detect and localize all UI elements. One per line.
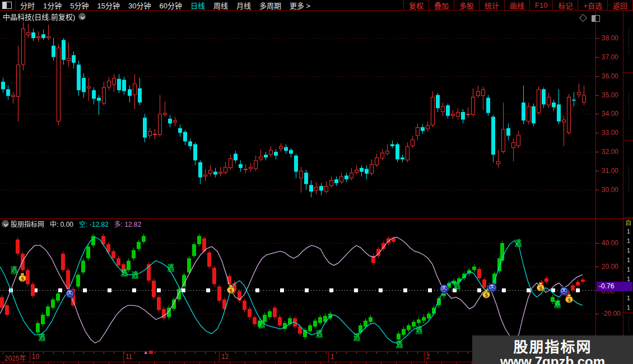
tab-月线[interactable]: 月线 <box>236 2 251 10</box>
button-多股[interactable]: 多股 <box>454 0 479 10</box>
button-统计[interactable]: 统计 <box>479 0 504 10</box>
tab-更多 >[interactable]: 更多 > <box>290 2 310 10</box>
app-window: { "toolbar": { "left_tabs": [ {"label":"… <box>0 0 633 364</box>
chart-canvas[interactable] <box>0 0 633 364</box>
strip-ones-list[interactable]: 111111111 <box>627 227 630 312</box>
tab-15分钟[interactable]: 15分钟 <box>97 2 119 10</box>
scroll-caret[interactable]: ▲ <box>143 349 148 355</box>
tab-周线[interactable]: 周线 <box>213 2 228 10</box>
indicator-short-value: 空: -12.82 <box>79 219 109 228</box>
chevron-down-icon[interactable] <box>78 13 86 20</box>
toolbar-right: 复权叠加多股统计画线F10标记+自选返回 <box>403 0 633 10</box>
tab-5分钟[interactable]: 5分钟 <box>70 2 89 10</box>
strip-section[interactable]: ············· <box>626 73 631 140</box>
title-bar: 中晶科技(日线.前复权) <box>0 11 622 22</box>
indicator-name[interactable]: 股朋指标网 <box>11 219 44 228</box>
watermark-site-name: 股朋指标网 <box>472 335 633 356</box>
date-axis-label: 10 <box>32 353 39 361</box>
date-axis-label: 12 <box>221 353 229 361</box>
period-tabs: 分时1分钟5分钟15分钟30分钟60分钟日线周线月线多周期更多 > <box>20 0 319 11</box>
strip-section[interactable]: ············· <box>626 141 631 217</box>
indicator-axis-label: -20.00 <box>602 310 621 318</box>
price-axis-label: 32.00 <box>602 148 618 156</box>
tab-日线[interactable]: 日线 <box>190 2 205 10</box>
watermark-url: www.7gpzb.com <box>472 354 633 364</box>
strip-tab-self[interactable]: 自 <box>626 218 632 227</box>
divider <box>15 1 16 10</box>
strip-section[interactable]: ········ <box>626 313 631 335</box>
price-axis-label: 35.00 <box>602 91 618 99</box>
price-axis-label: 36.00 <box>602 72 618 80</box>
collapse-icon[interactable] <box>2 220 9 227</box>
layout-icon[interactable] <box>2 2 12 9</box>
price-axis-label: 34.00 <box>602 110 618 118</box>
price-axis-label: 37.00 <box>602 53 618 61</box>
price-axis-label: 38.00 <box>602 34 618 42</box>
indicator-header: 股朋指标网 中: 0.00 空: -12.82 多: 12.82 <box>0 220 141 228</box>
price-axis-label: 30.00 <box>602 186 618 194</box>
tab-分时[interactable]: 分时 <box>20 2 35 10</box>
strip-section[interactable]: ············· <box>626 11 631 72</box>
button-复权[interactable]: 复权 <box>403 0 429 10</box>
tab-1分钟[interactable]: 1分钟 <box>43 2 62 10</box>
button-叠加[interactable]: 叠加 <box>429 0 454 10</box>
indicator-mid-value: 中: 0.00 <box>50 219 73 228</box>
tab-30分钟[interactable]: 30分钟 <box>128 2 151 10</box>
date-axis-label: 2 <box>426 353 430 361</box>
date-axis-label: 1 <box>331 353 334 361</box>
button-画线[interactable]: 画线 <box>504 0 529 10</box>
right-sidebar-strip[interactable]: ·······································自… <box>623 11 633 364</box>
indicator-long-value: 多: 12.82 <box>114 219 142 228</box>
date-axis-label: 2025年 <box>4 353 26 362</box>
button-+自选[interactable]: +自选 <box>578 0 607 10</box>
price-axis-label: 31.00 <box>602 167 618 175</box>
page-title: 中晶科技(日线.前复权) <box>3 11 75 22</box>
price-axis-label: 33.00 <box>602 129 618 137</box>
scroll-thumb[interactable] <box>149 351 153 354</box>
indicator-axis-label: 20.00 <box>602 263 618 270</box>
split-pane-icon[interactable] <box>592 15 600 22</box>
tab-60分钟[interactable]: 60分钟 <box>159 2 181 10</box>
last-value-badge: -0.76 <box>597 282 632 291</box>
button-F10[interactable]: F10 <box>529 0 552 10</box>
button-返回[interactable]: 返回 <box>607 0 633 10</box>
toolbar: 分时1分钟5分钟15分钟30分钟60分钟日线周线月线多周期更多 > 复权叠加多股… <box>0 0 633 11</box>
button-标记[interactable]: 标记 <box>552 0 578 10</box>
tab-多周期[interactable]: 多周期 <box>259 2 281 10</box>
watermark: 股朋指标网 www.7gpzb.com <box>472 335 633 364</box>
indicator-axis-label: 40.00 <box>602 239 618 247</box>
date-axis-label: 11 <box>125 353 132 361</box>
